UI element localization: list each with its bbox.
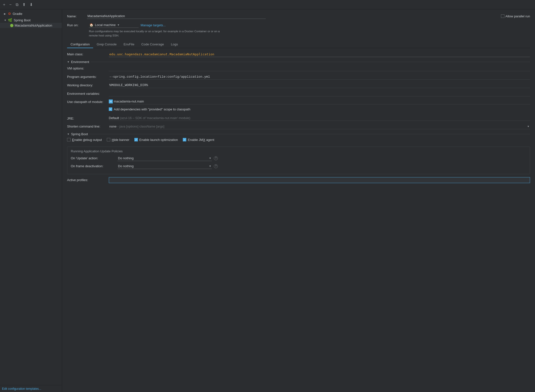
env-vars-input[interactable] bbox=[109, 91, 530, 97]
tab-envfile[interactable]: EnvFile bbox=[120, 41, 138, 48]
tab-configuration[interactable]: Configuration bbox=[67, 41, 93, 48]
parallel-run-row: Allow parallel run bbox=[501, 14, 530, 18]
runon-right: 🏠 Local machine ▼ Manage targets... Run … bbox=[89, 22, 530, 38]
enable-jmx-checkbox[interactable] bbox=[183, 138, 186, 141]
on-frame-dropdown[interactable]: Do nothing ▼ bbox=[117, 163, 212, 169]
chevron-right-icon: ▶ bbox=[4, 12, 7, 15]
spring-boot-chevron-icon: ▼ bbox=[67, 133, 70, 135]
move-up-button[interactable]: ⬆ bbox=[21, 2, 27, 7]
remove-button[interactable]: − bbox=[8, 2, 12, 7]
spring-icon: 🌿 bbox=[8, 18, 12, 22]
main-class-input[interactable] bbox=[109, 52, 530, 57]
jre-detail: (azul-16 – SDK of 'macadamia-nut.main' m… bbox=[120, 116, 190, 120]
hide-banner-row: Hide banner bbox=[107, 138, 129, 142]
on-update-row: On 'Update' action: Do nothing ▼ ? bbox=[71, 156, 526, 161]
main-class-label: Main class: bbox=[67, 52, 107, 56]
parallel-checkbox[interactable] bbox=[501, 14, 504, 18]
on-frame-arrow-icon: ▼ bbox=[209, 165, 211, 167]
tabs-bar: Configuration Grep Console EnvFile Code … bbox=[67, 41, 530, 48]
vm-options-input[interactable] bbox=[109, 66, 530, 71]
runon-select-row: 🏠 Local machine ▼ Manage targets... bbox=[89, 22, 530, 28]
sidebar-macadamia-label: MacadamiaNutApplication bbox=[15, 24, 52, 27]
program-args-label: Program arguments: bbox=[67, 75, 107, 79]
on-update-help-icon[interactable]: ? bbox=[214, 156, 218, 160]
program-args-input[interactable] bbox=[109, 74, 530, 80]
classpath-row: Use classpath of module: M macadamia-nut… bbox=[67, 99, 530, 104]
on-frame-label: On frame deactivation: bbox=[71, 164, 115, 168]
tab-code-coverage[interactable]: Code Coverage bbox=[138, 41, 167, 48]
classpath-value-container[interactable]: M macadamia-nut.main bbox=[109, 99, 530, 104]
working-dir-label: Working directory: bbox=[67, 83, 107, 87]
hide-banner-checkbox[interactable] bbox=[107, 138, 110, 141]
enable-debug-checkbox[interactable] bbox=[67, 138, 71, 141]
tab-logs[interactable]: Logs bbox=[167, 41, 181, 48]
enable-jmx-label: Enable JMX agent bbox=[188, 138, 214, 142]
parallel-checkbox-label: Allow parallel run bbox=[505, 14, 530, 18]
edit-templates-link[interactable]: Edit configuration templates... bbox=[2, 387, 41, 391]
sidebar-group-springboot: ▼ 🌿 Spring Boot 🟢 MacadamiaNutApplicatio… bbox=[0, 17, 62, 29]
name-input[interactable] bbox=[87, 13, 266, 19]
classpath-value: macadamia-nut.main bbox=[114, 99, 144, 103]
content-area: Name: Allow parallel run Run on: 🏠 Local… bbox=[62, 9, 535, 392]
sidebar-item-gradle[interactable]: ▶ ⚙ Gradle bbox=[0, 11, 62, 16]
jre-row: JRE: Default (azul-16 – SDK of 'macadami… bbox=[67, 116, 530, 121]
enable-debug-row: Enable debug output bbox=[67, 138, 102, 142]
manage-targets-link[interactable]: Manage targets... bbox=[141, 23, 166, 27]
program-args-row: Program arguments: bbox=[67, 74, 530, 80]
on-update-label: On 'Update' action: bbox=[71, 156, 115, 160]
on-frame-row: On frame deactivation: Do nothing ▼ ? bbox=[71, 163, 526, 169]
shorten-arrow-icon: ▼ bbox=[527, 125, 530, 128]
module-icon: M bbox=[109, 99, 113, 103]
env-vars-label: Environment variables: bbox=[67, 92, 107, 96]
chevron-down-icon: ▼ bbox=[4, 19, 7, 22]
runon-dropdown-arrow: ▼ bbox=[117, 24, 120, 26]
active-profiles-row: Active profiles: bbox=[67, 177, 530, 183]
active-profiles-label: Active profiles: bbox=[67, 178, 107, 182]
add-deps-row: Add dependencies with "provided" scope t… bbox=[67, 107, 530, 113]
sidebar-item-macadamia[interactable]: 🟢 MacadamiaNutApplication bbox=[0, 23, 62, 28]
sidebar-gradle-label: Gradle bbox=[13, 12, 22, 16]
name-row: Name: Allow parallel run bbox=[67, 13, 530, 19]
add-deps-checkbox[interactable] bbox=[109, 107, 112, 111]
active-profiles-input[interactable] bbox=[109, 177, 530, 183]
hide-banner-label: Hide banner bbox=[112, 138, 129, 142]
vm-options-label: VM options: bbox=[67, 66, 107, 70]
main-class-row: Main class: bbox=[67, 52, 530, 57]
policy-section: Running Application Update Policies On '… bbox=[67, 147, 530, 174]
copy-button[interactable]: ⧉ bbox=[15, 2, 19, 7]
add-deps-checkbox-row: Add dependencies with "provided" scope t… bbox=[109, 107, 190, 111]
move-down-button[interactable]: ⬇ bbox=[29, 2, 34, 7]
on-frame-value: Do nothing bbox=[118, 164, 209, 168]
shorten-dropdown[interactable]: none - java [options] className [args] ▼ bbox=[109, 124, 530, 129]
runon-select[interactable]: 🏠 Local machine ▼ bbox=[89, 22, 139, 28]
jre-default: Default bbox=[109, 116, 119, 120]
jre-value-container[interactable]: Default (azul-16 – SDK of 'macadamia-nut… bbox=[109, 116, 530, 121]
sidebar: ▶ ⚙ Gradle ▼ 🌿 Spring Boot 🟢 MacadamiaNu… bbox=[0, 9, 62, 392]
on-update-dropdown[interactable]: Do nothing ▼ bbox=[117, 156, 212, 161]
tab-grep-console[interactable]: Grep Console bbox=[93, 41, 120, 48]
sidebar-group-gradle: ▶ ⚙ Gradle bbox=[0, 10, 62, 17]
sidebar-footer: Edit configuration templates... bbox=[0, 385, 62, 392]
on-frame-help-icon[interactable]: ? bbox=[214, 164, 218, 168]
add-button[interactable]: + bbox=[2, 2, 6, 7]
working-dir-input[interactable] bbox=[109, 83, 530, 88]
shorten-detail: - java [options] className [args] bbox=[117, 125, 164, 128]
shorten-label: Shorten command line: bbox=[67, 125, 107, 128]
sidebar-content: ▶ ⚙ Gradle ▼ 🌿 Spring Boot 🟢 MacadamiaNu… bbox=[0, 9, 62, 385]
environment-section-header: ▼ Environment bbox=[67, 60, 530, 64]
add-deps-label: Add dependencies with "provided" scope t… bbox=[114, 107, 190, 111]
enable-launch-checkbox[interactable] bbox=[134, 138, 138, 141]
gradle-icon: ⚙ bbox=[8, 12, 11, 16]
sidebar-item-springboot[interactable]: ▼ 🌿 Spring Boot bbox=[0, 17, 62, 23]
name-label: Name: bbox=[67, 14, 87, 18]
sidebar-springboot-label: Spring Boot bbox=[14, 18, 31, 22]
policy-title: Running Application Update Policies bbox=[71, 149, 526, 153]
env-vars-row: Environment variables: bbox=[67, 91, 530, 97]
shorten-row: Shorten command line: none - java [optio… bbox=[67, 124, 530, 129]
shorten-value: none bbox=[109, 125, 116, 128]
runon-hint: Run configurations may be executed local… bbox=[89, 29, 223, 38]
runon-home-icon: 🏠 bbox=[89, 23, 93, 27]
environment-section-label: Environment bbox=[71, 60, 89, 64]
spring-boot-options-row: Enable debug output Hide banner Enable l… bbox=[67, 138, 530, 144]
classpath-label: Use classpath of module: bbox=[67, 100, 107, 104]
